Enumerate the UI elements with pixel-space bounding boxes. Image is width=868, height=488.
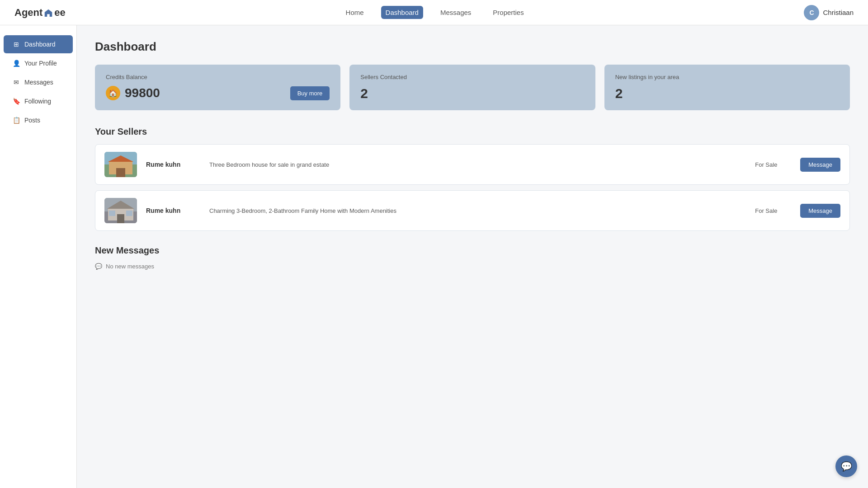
credits-label: Credits Balance — [106, 74, 330, 80]
sidebar: ⊞ Dashboard 👤 Your Profile ✉ Messages 🔖 … — [0, 25, 77, 488]
sidebar-item-following[interactable]: 🔖 Following — [4, 92, 73, 110]
page-title: Dashboard — [95, 40, 850, 54]
nav-messages[interactable]: Messages — [436, 6, 476, 19]
house-svg-2 — [104, 198, 137, 223]
credit-amount: 99800 — [125, 86, 160, 100]
chat-fab[interactable]: 💬 — [835, 455, 857, 477]
seller-thumbnail-2 — [104, 198, 137, 223]
sidebar-label-following: Following — [24, 98, 51, 105]
seller-status-2: For Sale — [755, 207, 791, 214]
sidebar-label-profile: Your Profile — [24, 60, 57, 67]
avatar: C — [804, 5, 819, 20]
bookmark-icon: 🔖 — [13, 98, 20, 105]
main-content: Dashboard Credits Balance 🏠 99800 Buy mo… — [77, 25, 868, 488]
nav-links: Home Dashboard Messages Properties — [341, 6, 528, 19]
seller-card-2: Rume kuhn Charming 3-Bedroom, 2-Bathroom… — [95, 190, 850, 231]
no-messages: 💬 No new messages — [95, 263, 850, 270]
nav-user: C Christiaan — [804, 5, 854, 20]
chat-icon: 💬 — [841, 461, 852, 472]
stats-row: Credits Balance 🏠 99800 Buy more Sellers… — [95, 65, 850, 110]
sidebar-label-dashboard: Dashboard — [24, 41, 56, 48]
seller-status-1: For Sale — [755, 161, 791, 168]
buy-more-button[interactable]: Buy more — [290, 86, 330, 100]
sidebar-item-messages[interactable]: ✉ Messages — [4, 73, 73, 91]
house-svg-1 — [104, 152, 137, 177]
svg-rect-4 — [116, 168, 125, 177]
top-nav: Agent ee Home Dashboard Messages Propert… — [0, 0, 868, 25]
stat-card-credits: Credits Balance 🏠 99800 Buy more — [95, 65, 340, 110]
message-button-2[interactable]: Message — [800, 204, 840, 218]
post-icon: 📋 — [13, 117, 20, 124]
no-messages-text: No new messages — [106, 263, 154, 270]
sidebar-item-profile[interactable]: 👤 Your Profile — [4, 54, 73, 72]
coin-icon: 🏠 — [106, 86, 120, 100]
seller-name-2: Rume kuhn — [146, 207, 200, 214]
sellers-contacted-value: 2 — [360, 86, 584, 101]
logo-house-icon — [44, 9, 53, 17]
seller-name-1: Rume kuhn — [146, 161, 200, 168]
messages-section: New Messages 💬 No new messages — [95, 245, 850, 270]
credits-inner: 🏠 99800 Buy more — [106, 86, 330, 100]
person-icon: 👤 — [13, 60, 20, 67]
sidebar-item-posts[interactable]: 📋 Posts — [4, 111, 73, 129]
sellers-section: Your Sellers Rume kuhn Three Bedroom hou… — [95, 127, 850, 231]
sidebar-label-posts: Posts — [24, 117, 40, 124]
sellers-section-title: Your Sellers — [95, 127, 850, 137]
message-icon: ✉ — [13, 79, 20, 86]
nav-dashboard[interactable]: Dashboard — [381, 6, 423, 19]
logo: Agent ee — [14, 7, 66, 19]
sidebar-item-dashboard[interactable]: ⊞ Dashboard — [4, 35, 73, 53]
svg-rect-9 — [117, 214, 124, 223]
username: Christiaan — [823, 9, 854, 16]
seller-desc-1: Three Bedroom house for sale in grand es… — [209, 161, 746, 168]
sidebar-label-messages: Messages — [24, 79, 53, 86]
svg-rect-10 — [109, 211, 115, 216]
sellers-contacted-label: Sellers Contacted — [360, 74, 584, 80]
grid-icon: ⊞ — [13, 41, 20, 48]
listings-value: 2 — [615, 86, 839, 101]
stat-card-listings: New listings in your area 2 — [604, 65, 850, 110]
svg-rect-11 — [126, 211, 132, 216]
message-icon-empty: 💬 — [95, 263, 102, 270]
listings-label: New listings in your area — [615, 74, 839, 80]
stat-card-sellers: Sellers Contacted 2 — [349, 65, 595, 110]
nav-properties[interactable]: Properties — [488, 6, 528, 19]
message-button-1[interactable]: Message — [800, 158, 840, 172]
seller-card-1: Rume kuhn Three Bedroom house for sale i… — [95, 144, 850, 185]
layout: ⊞ Dashboard 👤 Your Profile ✉ Messages 🔖 … — [0, 0, 868, 488]
seller-desc-2: Charming 3-Bedroom, 2-Bathroom Family Ho… — [209, 207, 746, 214]
nav-home[interactable]: Home — [341, 6, 368, 19]
messages-section-title: New Messages — [95, 245, 850, 256]
seller-thumbnail-1 — [104, 152, 137, 177]
